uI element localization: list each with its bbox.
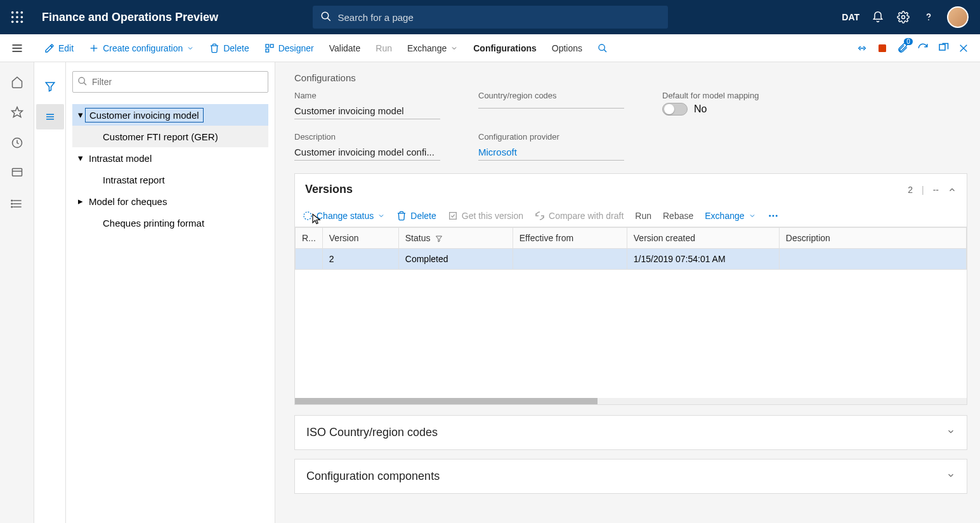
top-header: Finance and Operations Preview DAT	[0, 0, 980, 34]
app-title: Finance and Operations Preview	[42, 11, 218, 24]
create-configuration-button[interactable]: Create configuration	[81, 34, 202, 62]
filter-input[interactable]	[72, 71, 268, 93]
iso-title: ISO Country/region codes	[306, 426, 438, 439]
country-label: Country/region codes	[478, 91, 624, 100]
svg-point-6	[11, 21, 14, 23]
find-button[interactable]	[590, 34, 615, 62]
country-value[interactable]	[478, 103, 624, 109]
name-label: Name	[294, 91, 440, 100]
caret-icon[interactable]: ▾	[76, 109, 85, 121]
edit-button[interactable]: Edit	[37, 34, 81, 62]
configurations-tab[interactable]: Configurations	[466, 34, 544, 62]
col-version[interactable]: Version	[322, 228, 398, 249]
refresh-icon[interactable]	[917, 42, 929, 55]
tree-item-cheques-printing-format[interactable]: Cheques printing format	[72, 212, 268, 234]
version-exchange-button[interactable]: Exchange	[705, 211, 755, 221]
col-created[interactable]: Version created	[627, 228, 779, 249]
col-status[interactable]: Status	[398, 228, 513, 249]
svg-point-36	[11, 203, 12, 204]
tree-item-intrastat-model[interactable]: ▾ Intrastat model	[72, 147, 268, 169]
horizontal-scrollbar[interactable]	[295, 398, 967, 404]
detail-section-title: Configurations	[294, 72, 967, 83]
col-description[interactable]: Description	[779, 228, 966, 249]
name-value[interactable]: Customer invoicing model	[294, 103, 440, 119]
components-card[interactable]: Configuration components	[294, 459, 967, 494]
svg-rect-30	[12, 169, 22, 176]
change-status-label: Change status	[317, 211, 374, 221]
compare-label: Compare with draft	[549, 211, 624, 221]
tree-item-intrastat-report[interactable]: Intrastat report	[72, 169, 268, 190]
office-icon[interactable]	[876, 42, 889, 55]
avatar[interactable]	[947, 6, 969, 28]
svg-marker-28	[11, 107, 22, 117]
modules-icon[interactable]	[10, 197, 24, 211]
iso-country-card[interactable]: ISO Country/region codes	[294, 415, 967, 450]
svg-rect-21	[266, 49, 269, 52]
tree-item-customer-invoicing-model[interactable]: ▾ Customer invoicing model	[72, 104, 268, 126]
waffle-button[interactable]	[0, 0, 34, 34]
rebase-button[interactable]: Rebase	[663, 211, 693, 221]
version-delete-button[interactable]: Delete	[396, 211, 436, 221]
table-row[interactable]: 2 Completed 1/15/2019 07:54:01 AM	[296, 249, 967, 270]
recent-icon[interactable]	[10, 136, 24, 150]
svg-point-13	[928, 19, 929, 20]
designer-button[interactable]: Designer	[257, 34, 322, 62]
workspaces-icon[interactable]	[10, 166, 24, 180]
delete-label: Delete	[223, 43, 249, 53]
search-input[interactable]	[313, 6, 668, 29]
validate-button[interactable]: Validate	[322, 34, 369, 62]
field-row-2: Description Customer invoicing model con…	[294, 132, 967, 161]
col-r[interactable]: R...	[296, 228, 323, 249]
filter-pane-button[interactable]	[36, 74, 64, 99]
attachments-icon[interactable]: 0	[896, 42, 909, 55]
search-icon	[77, 76, 88, 89]
more-button[interactable]	[768, 210, 779, 222]
options-button[interactable]: Options	[544, 34, 590, 62]
detail-panel: Configurations Name Customer invoicing m…	[275, 62, 980, 523]
action-bar-right: 0	[856, 42, 975, 55]
components-title: Configuration components	[306, 470, 440, 483]
versions-count: 2	[908, 185, 913, 195]
svg-point-9	[322, 12, 329, 19]
tree-label: Model for cheques	[85, 195, 171, 208]
tree-item-model-for-cheques[interactable]: ▸ Model for cheques	[72, 190, 268, 212]
default-label: Default for model mapping	[662, 91, 759, 100]
desc-value[interactable]: Customer invoicing model confi...	[294, 144, 440, 161]
settings-icon[interactable]	[896, 10, 910, 24]
list-pane-button[interactable]	[36, 104, 64, 129]
exchange-button[interactable]: Exchange	[400, 34, 466, 62]
link-icon[interactable]	[856, 42, 868, 55]
versions-dash: --	[933, 185, 939, 195]
filter-icon[interactable]	[435, 235, 443, 242]
default-toggle[interactable]	[662, 103, 688, 116]
col-effective[interactable]: Effective from	[513, 228, 627, 249]
provider-label: Configuration provider	[478, 132, 624, 142]
versions-header[interactable]: Versions 2 | --	[295, 174, 967, 205]
provider-value[interactable]: Microsoft	[478, 144, 624, 161]
close-icon[interactable]	[957, 42, 970, 55]
run-label: Run	[376, 43, 392, 53]
nav-toggle[interactable]	[0, 34, 34, 62]
svg-rect-25	[939, 44, 945, 50]
tree-label: Intrastat report	[99, 173, 169, 187]
caret-icon[interactable]: ▸	[76, 195, 85, 207]
create-label: Create configuration	[103, 43, 183, 53]
favorites-icon[interactable]	[10, 105, 24, 119]
tree-item-customer-fti-report[interactable]: Customer FTI report (GER)	[72, 126, 268, 147]
tree-label: Customer FTI report (GER)	[99, 130, 222, 143]
versions-table: R... Version Status Effective from Versi…	[295, 227, 967, 270]
main: ▾ Customer invoicing model Customer FTI …	[0, 62, 980, 523]
chevron-up-icon[interactable]	[948, 185, 957, 194]
home-icon[interactable]	[10, 75, 24, 89]
versions-table-wrap: R... Version Status Effective from Versi…	[295, 227, 967, 398]
popout-icon[interactable]	[937, 42, 950, 55]
caret-icon[interactable]: ▾	[76, 152, 85, 164]
configurations-label: Configurations	[473, 43, 537, 53]
change-status-button[interactable]: Change status	[303, 211, 385, 221]
company-label[interactable]: DAT	[842, 12, 859, 22]
notifications-icon[interactable]	[871, 10, 885, 24]
help-icon[interactable]	[922, 10, 936, 24]
delete-button[interactable]: Delete	[202, 34, 256, 62]
svg-line-23	[604, 50, 606, 52]
version-run-button[interactable]: Run	[635, 211, 651, 221]
